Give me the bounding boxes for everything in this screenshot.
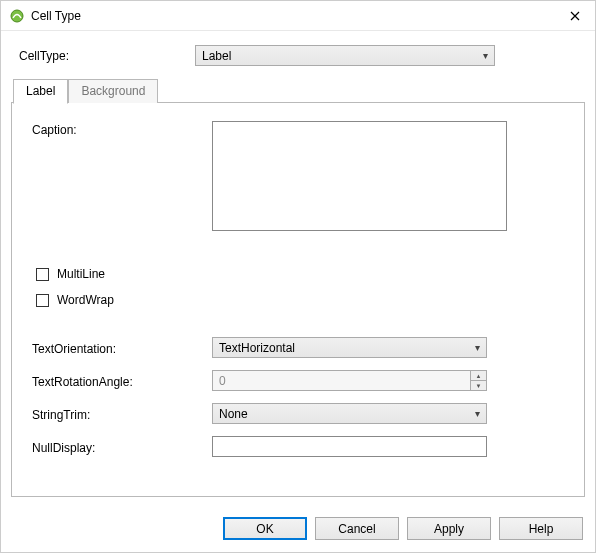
celltype-select[interactable]: Label ▾ <box>195 45 495 66</box>
stringtrim-select-value: None <box>219 407 248 421</box>
caption-label: Caption: <box>32 121 212 137</box>
dialog-content: CellType: Label ▾ Label Background Capti… <box>1 31 595 507</box>
textrotation-row: TextRotationAngle: ▲ ▼ <box>32 370 564 391</box>
app-icon <box>9 8 25 24</box>
textorientation-label: TextOrientation: <box>32 340 212 356</box>
celltype-select-value: Label <box>202 49 231 63</box>
spinner-up-button[interactable]: ▲ <box>471 371 486 381</box>
chevron-down-icon: ▾ <box>475 342 480 353</box>
celltype-label: CellType: <box>15 49 195 63</box>
apply-button-label: Apply <box>434 522 464 536</box>
window-title: Cell Type <box>31 9 81 23</box>
caption-row: Caption: <box>32 121 564 231</box>
tab-label[interactable]: Label <box>13 79 68 104</box>
cancel-button[interactable]: Cancel <box>315 517 399 540</box>
titlebar: Cell Type <box>1 1 595 31</box>
tabpanel-label: Caption: MultiLine WordWrap TextOrientat… <box>11 102 585 497</box>
stringtrim-row: StringTrim: None ▾ <box>32 403 564 424</box>
help-button[interactable]: Help <box>499 517 583 540</box>
svg-point-0 <box>11 10 23 22</box>
ok-button-label: OK <box>256 522 273 536</box>
textorientation-select[interactable]: TextHorizontal ▾ <box>212 337 487 358</box>
wordwrap-row: WordWrap <box>36 293 560 307</box>
chevron-down-icon: ▾ <box>483 50 488 61</box>
textrotation-input[interactable] <box>213 371 470 390</box>
tab-label-text: Label <box>26 84 55 98</box>
multiline-checkbox[interactable] <box>36 268 49 281</box>
celltype-row: CellType: Label ▾ <box>11 37 585 78</box>
tab-background-text: Background <box>81 84 145 98</box>
multiline-row: MultiLine <box>36 267 560 281</box>
tab-background[interactable]: Background <box>68 79 158 103</box>
button-bar: OK Cancel Apply Help <box>1 507 595 552</box>
textrotation-spinner[interactable]: ▲ ▼ <box>212 370 487 391</box>
close-button[interactable] <box>555 1 595 31</box>
spinner-buttons: ▲ ▼ <box>470 371 486 390</box>
dialog-window: Cell Type CellType: Label ▾ Label Backgr… <box>0 0 596 553</box>
tabstrip: Label Background <box>13 78 585 103</box>
textorientation-select-value: TextHorizontal <box>219 341 295 355</box>
stringtrim-select[interactable]: None ▾ <box>212 403 487 424</box>
help-button-label: Help <box>529 522 554 536</box>
close-icon <box>570 8 580 24</box>
ok-button[interactable]: OK <box>223 517 307 540</box>
spinner-down-button[interactable]: ▼ <box>471 381 486 390</box>
wordwrap-label: WordWrap <box>57 293 114 307</box>
nulldisplay-label: NullDisplay: <box>32 439 212 455</box>
nulldisplay-input[interactable] <box>212 436 487 457</box>
textrotation-label: TextRotationAngle: <box>32 373 212 389</box>
nulldisplay-row: NullDisplay: <box>32 436 564 457</box>
wordwrap-checkbox[interactable] <box>36 294 49 307</box>
stringtrim-label: StringTrim: <box>32 406 212 422</box>
textorientation-row: TextOrientation: TextHorizontal ▾ <box>32 337 564 358</box>
cancel-button-label: Cancel <box>338 522 375 536</box>
multiline-label: MultiLine <box>57 267 105 281</box>
caption-input[interactable] <box>212 121 507 231</box>
chevron-down-icon: ▾ <box>475 408 480 419</box>
apply-button[interactable]: Apply <box>407 517 491 540</box>
